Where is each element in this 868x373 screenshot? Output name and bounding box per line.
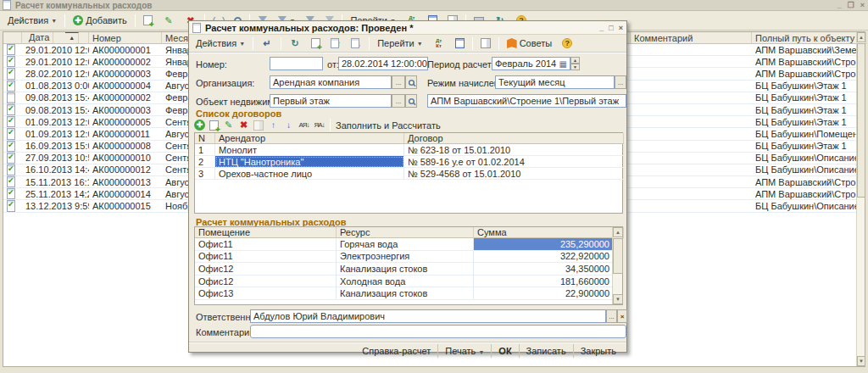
fill-and-calculate-button[interactable]: Заполнить и Рассчитать [336, 120, 441, 131]
organization-label: Организация: [196, 78, 254, 88]
scrollbar-thumb[interactable] [857, 43, 865, 198]
contract-row[interactable]: 2НТЦ "Нанотроника"№ 589-16 у.е от 01.02.… [195, 156, 622, 168]
expense-row[interactable]: Офис13Канализация стоков22,900000 [195, 287, 622, 300]
object-select-button[interactable]: ... [392, 94, 405, 108]
write-button[interactable]: Записать [519, 344, 573, 358]
period-input[interactable]: Февраль 2014▦ [492, 57, 570, 70]
dialog-minimize-icon[interactable]: _ [599, 24, 604, 32]
copy-row-icon[interactable] [209, 120, 219, 131]
scrollbar-thumb[interactable] [613, 238, 623, 274]
sort-desc-icon[interactable]: ЯА↓ [314, 120, 325, 131]
scroll-down-icon[interactable]: ▼ [857, 356, 865, 366]
from-label: от: [327, 59, 339, 70]
dialog-help-button[interactable]: ? [559, 36, 576, 50]
tenant-cell: Орехов-частное лицо [215, 168, 404, 180]
period-stepper[interactable]: ▲▼ [570, 57, 580, 70]
column-header-tenant[interactable]: Арендатор [215, 133, 404, 144]
sort-asc-icon[interactable]: АЯ↓ [298, 120, 309, 131]
help-calc-button[interactable]: Справка-расчет [355, 344, 437, 358]
add-row-icon[interactable]: ✚ [194, 120, 205, 131]
delete-row-icon[interactable]: ✖ [238, 120, 249, 131]
responsible-clear-button[interactable]: × [617, 309, 627, 323]
expense-row[interactable]: Офис12Холодная вода181,660000 [195, 276, 622, 288]
posted-document-icon [7, 116, 15, 127]
list-scrollbar[interactable]: ▲ ▼ [856, 32, 865, 366]
comment-input[interactable] [250, 325, 626, 338]
dialog-dtkt-button[interactable]: ДтКт [430, 36, 448, 50]
scroll-down-icon[interactable]: ▼ [613, 294, 623, 304]
comment-cell [631, 81, 752, 92]
column-header-comment[interactable]: Комментарий [631, 32, 752, 44]
journal-icon [455, 38, 465, 48]
contract-row[interactable]: 1Монолит№ 623-18 от 15.01.2010 [195, 144, 622, 156]
edit-row-icon[interactable]: ✎ [223, 120, 234, 131]
spin-down-icon[interactable]: ▼ [570, 64, 580, 70]
actions-menu[interactable]: Действия▼ [4, 14, 60, 27]
column-header-room[interactable]: Помещение [195, 227, 337, 238]
scroll-up-icon[interactable]: ▲ [613, 227, 623, 237]
tenant-cell: НТЦ "Нанотроника" [215, 156, 404, 168]
ok-button[interactable]: ОК [491, 344, 518, 358]
expenses-scrollbar[interactable]: ▲ ▼ [612, 227, 622, 304]
organization-select-button[interactable]: ... [392, 75, 405, 89]
print-menu-button[interactable]: Печать ▼ [437, 344, 491, 358]
add-icon: ✚ [73, 15, 83, 25]
reread-button[interactable]: ↻ [286, 36, 304, 51]
date-input[interactable]: 28.02.2014 12:00:00▦ [338, 57, 428, 70]
number-input[interactable] [270, 57, 323, 70]
column-header-resource[interactable]: Ресурс [337, 227, 474, 238]
responsible-select-button[interactable]: ... [606, 309, 617, 323]
scroll-up-icon[interactable]: ▲ [857, 32, 865, 42]
responsible-input[interactable]: Абдулов Юрий Владимирович [250, 309, 606, 323]
posted-document-icon [7, 68, 15, 79]
spin-up-icon[interactable]: ▲ [570, 57, 580, 64]
column-header-date[interactable]: Дата▲ [22, 32, 89, 44]
column-header-amount[interactable]: Сумма [474, 227, 614, 238]
organization-open-button[interactable] [405, 75, 417, 89]
path-cell: БЦ Бабушкин\Помещения... [752, 128, 858, 139]
resource-cell: Холодная вода [337, 276, 474, 288]
column-header-icon[interactable] [3, 32, 22, 44]
close-icon[interactable]: × [860, 1, 865, 9]
column-header-path[interactable]: Полный путь к объекту [752, 32, 858, 44]
calendar-icon[interactable]: ▦ [559, 59, 567, 69]
expense-row[interactable]: Офис11Горячая вода235,290000 [195, 238, 622, 251]
post-button[interactable]: ↑ [327, 36, 344, 50]
path-cell: БЦ Бабушкин\Этаж 1 [752, 116, 858, 127]
dialog-goto-menu[interactable]: Перейти▼ [374, 36, 426, 50]
dialog-close-icon[interactable]: × [619, 24, 623, 32]
object-input[interactable]: Первый этаж [270, 94, 392, 108]
organization-input[interactable]: Арендная компания [270, 75, 392, 89]
contract-cell: № 529-4568 от 15.01.2010 [404, 168, 624, 180]
journal-button[interactable] [452, 36, 468, 50]
contract-row[interactable]: 3Орехов-частное лицо№ 529-4568 от 15.01.… [195, 168, 622, 180]
column-header-n[interactable]: N [195, 133, 215, 144]
tenant-cell: Монолит [215, 144, 404, 156]
number-cell: АК000000004 [89, 81, 162, 92]
window-titlebar: Расчет коммунальных расходов [0, 0, 868, 11]
copy-button[interactable] [140, 14, 156, 27]
dialog-maximize-icon[interactable]: □ [609, 24, 613, 32]
restore-icon[interactable]: ❐ [848, 1, 854, 9]
object-open-button[interactable] [405, 94, 417, 108]
edit-button[interactable]: ✎ [159, 13, 178, 28]
move-down-icon[interactable]: ↓ [283, 120, 294, 131]
write-close-button[interactable]: ↵ [258, 36, 276, 51]
dialog-copy-button[interactable] [308, 36, 324, 50]
structure-button[interactable] [477, 36, 494, 50]
close-button[interactable]: Закрыть [573, 344, 623, 358]
number-cell: АК000000012 [89, 164, 162, 175]
unpost-button[interactable]: ↓ [348, 36, 364, 50]
move-up-icon[interactable]: ↑ [268, 120, 279, 131]
date-cell: 16.09.2013 15:05:23 [22, 141, 89, 152]
column-header-contract[interactable]: Договор [404, 133, 624, 144]
tips-button[interactable]: Советы [504, 36, 555, 50]
expense-row[interactable]: Офис11Электроэнергия322,920000 [195, 251, 622, 264]
dialog-actions-menu[interactable]: Действия▼ [192, 36, 248, 50]
add-button[interactable]: ✚Добавить [70, 14, 131, 27]
expense-row[interactable]: Офис12Канализация стоков34,350000 [195, 263, 622, 276]
mode-select-button[interactable]: ... [615, 75, 626, 89]
minimize-icon[interactable]: _ [837, 1, 842, 9]
mode-input[interactable]: Текущий месяц [495, 75, 615, 89]
column-header-number[interactable]: Номер [89, 32, 162, 44]
